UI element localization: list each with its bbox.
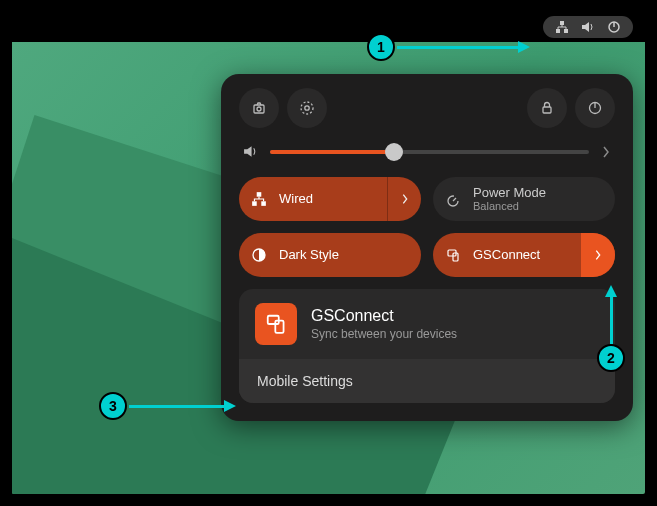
callout-3-arrowhead	[224, 400, 236, 412]
submenu-header: GSConnect Sync between your devices	[239, 289, 615, 359]
wired-label: Wired	[279, 192, 387, 206]
svg-rect-0	[560, 21, 564, 25]
volume-row	[239, 142, 615, 161]
callout-1-arrow	[397, 46, 519, 49]
callout-3-arrow	[129, 405, 225, 408]
quick-settings-panel: Wired Power Mode Balanced	[221, 74, 633, 421]
svg-point-7	[257, 107, 261, 111]
gsconnect-submenu: GSConnect Sync between your devices Mobi…	[239, 289, 615, 403]
powermode-label: Power Mode	[473, 186, 615, 200]
mobile-settings-item[interactable]: Mobile Settings	[239, 359, 615, 403]
network-icon[interactable]	[555, 20, 569, 34]
submenu-desc: Sync between your devices	[311, 327, 457, 341]
svg-rect-2	[564, 29, 568, 33]
volume-slider[interactable]	[270, 150, 589, 154]
powermode-sub: Balanced	[473, 200, 615, 212]
wired-icon	[239, 191, 279, 207]
panel-header	[239, 88, 615, 128]
desktop: Wired Power Mode Balanced	[12, 42, 645, 494]
darkstyle-label: Dark Style	[279, 248, 421, 262]
tile-gsconnect[interactable]: GSConnect	[433, 233, 615, 277]
tile-power-mode[interactable]: Power Mode Balanced	[433, 177, 615, 221]
tile-wired[interactable]: Wired	[239, 177, 421, 221]
svg-marker-3	[582, 22, 589, 32]
svg-marker-13	[244, 146, 252, 157]
gsconnect-label: GSConnect	[473, 248, 581, 262]
gsconnect-app-icon	[255, 303, 297, 345]
volume-icon[interactable]	[581, 20, 595, 34]
darkstyle-icon	[239, 247, 279, 263]
svg-rect-14	[257, 192, 262, 197]
screenshot-button[interactable]	[239, 88, 279, 128]
svg-point-9	[301, 102, 313, 114]
svg-rect-6	[254, 105, 264, 113]
svg-rect-10	[543, 107, 551, 113]
callout-2: 2	[597, 344, 625, 372]
svg-rect-15	[252, 201, 257, 206]
gsconnect-icon	[433, 247, 473, 263]
volume-speaker-icon	[243, 144, 258, 159]
svg-line-18	[453, 198, 456, 201]
powermode-icon	[433, 191, 473, 207]
volume-thumb[interactable]	[385, 143, 403, 161]
callout-1: 1	[367, 33, 395, 61]
top-bar	[12, 12, 645, 42]
settings-button[interactable]	[287, 88, 327, 128]
submenu-title: GSConnect	[311, 307, 457, 325]
lock-button[interactable]	[527, 88, 567, 128]
gsconnect-arrow[interactable]	[581, 233, 615, 277]
callout-1-arrowhead	[518, 41, 530, 53]
system-tray[interactable]	[543, 16, 633, 38]
svg-rect-1	[556, 29, 560, 33]
svg-point-8	[305, 106, 309, 110]
callout-2-arrow	[610, 296, 613, 344]
callout-2-arrowhead	[605, 285, 617, 297]
tile-dark-style[interactable]: Dark Style	[239, 233, 421, 277]
callout-3: 3	[99, 392, 127, 420]
power-icon[interactable]	[607, 20, 621, 34]
svg-rect-16	[261, 201, 266, 206]
volume-expand-icon[interactable]	[601, 145, 611, 159]
wired-arrow[interactable]	[387, 177, 421, 221]
power-button[interactable]	[575, 88, 615, 128]
